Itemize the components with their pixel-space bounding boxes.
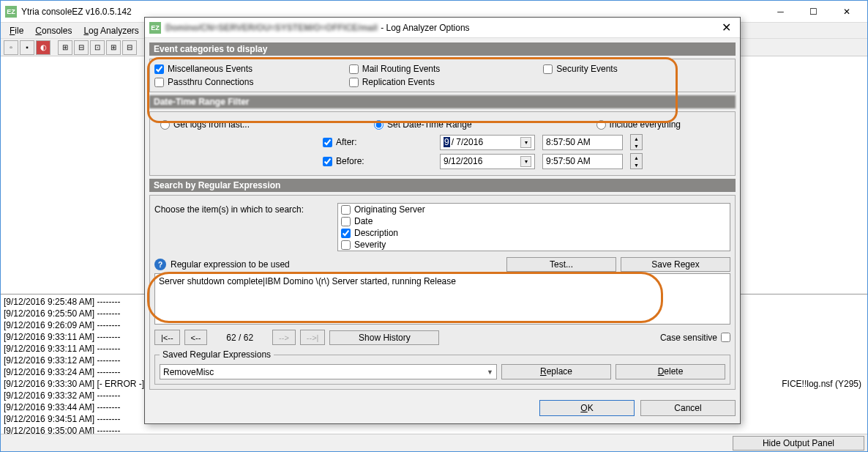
chk-security[interactable]: Security Events — [543, 64, 730, 74]
log-analyzer-options-dialog: EZ Domino/CN=SERVER/OU=SYSTEM/O=OFFICE/m… — [144, 17, 741, 424]
menu-consoles[interactable]: Consoles — [29, 24, 78, 37]
toolbar-btn-5[interactable]: ⊟ — [74, 40, 89, 55]
toolbar-btn-2[interactable]: ▪ — [20, 40, 34, 55]
minimize-button[interactable]: ─ — [764, 1, 797, 22]
regex-input[interactable] — [154, 273, 730, 325]
radio-get-last[interactable]: Get logs from last... — [160, 119, 250, 130]
saved-regex-select[interactable]: RemoveMisc▼ — [160, 364, 497, 379]
ok-button[interactable]: OK — [539, 400, 635, 416]
categories-header: Event categories to display — [149, 42, 736, 56]
saved-regex-legend: Saved Regular Expressions — [160, 349, 274, 360]
toolbar-btn-7[interactable]: ⊞ — [106, 40, 121, 55]
saved-regex-fieldset: Saved Regular Expressions RemoveMisc▼ Re… — [154, 349, 730, 385]
test-button[interactable]: Test... — [506, 257, 616, 272]
regex-label: Regular expression to be used — [171, 259, 502, 270]
nav-last-button[interactable]: -->| — [300, 330, 326, 345]
chk-misc-events[interactable]: Miscellaneous Events — [154, 64, 342, 74]
list-item: Date — [338, 215, 730, 227]
after-date-input[interactable]: 9/ 7/2016▾ — [440, 135, 535, 150]
chevron-down-icon: ▼ — [487, 368, 493, 376]
calendar-icon[interactable]: ▾ — [520, 137, 531, 148]
radio-include-all[interactable]: Include everything — [596, 119, 681, 130]
toolbar-btn-1[interactable]: ▫ — [4, 40, 18, 55]
toolbar-btn-6[interactable]: ⊡ — [90, 40, 105, 55]
after-time-input[interactable]: 8:57:50 AM — [542, 135, 623, 150]
before-time-spinner[interactable]: ▲▼ — [630, 153, 643, 169]
chk-after[interactable]: After: — [323, 137, 433, 147]
after-time-spinner[interactable]: ▲▼ — [630, 134, 643, 150]
chk-mail-routing[interactable]: Mail Routing Events — [349, 64, 536, 74]
list-item: Description — [338, 227, 730, 239]
app-title: Ytria consoleEZ v16.0.5.142 — [21, 7, 764, 17]
nav-prev-button[interactable]: <-- — [184, 330, 208, 345]
before-date-input[interactable]: 9/12/2016▾ — [440, 154, 535, 169]
search-items-list[interactable]: Originating Server Date Description Seve… — [337, 203, 730, 251]
toolbar-btn-3[interactable]: ◐ — [36, 40, 50, 55]
hide-output-button[interactable]: Hide Output Panel — [733, 436, 864, 451]
daterange-box: Get logs from last... Set Date-Time Rang… — [149, 111, 736, 176]
list-item: Severity — [338, 239, 730, 251]
dialog-titlebar: EZ Domino/CN=SERVER/OU=SYSTEM/O=OFFICE/m… — [145, 18, 740, 38]
chk-replication[interactable]: Replication Events — [349, 77, 536, 87]
log-line-right: FICE!!log.nsf (Y295) — [782, 378, 864, 390]
chk-case-sensitive[interactable]: Case sensitive — [660, 333, 730, 343]
close-button[interactable]: ✕ — [830, 1, 863, 22]
before-time-input[interactable]: 9:57:50 AM — [542, 154, 623, 169]
dialog-footer: OK Cancel — [145, 394, 740, 423]
list-item: Originating Server — [338, 204, 730, 215]
maximize-button[interactable]: ☐ — [797, 1, 830, 22]
menu-log-analyzers[interactable]: Log Analyzers — [78, 24, 144, 37]
delete-button[interactable]: Delete — [616, 364, 725, 379]
calendar-icon[interactable]: ▾ — [520, 156, 531, 167]
chk-passthru[interactable]: Passthru Connections — [154, 77, 342, 87]
choose-items-label: Choose the item(s) in which to search: — [154, 203, 330, 215]
dialog-icon: EZ — [149, 22, 161, 34]
nav-counter: 62 / 62 — [212, 333, 268, 343]
menu-file[interactable]: File — [4, 24, 29, 37]
cancel-button[interactable]: Cancel — [640, 400, 736, 416]
chk-before[interactable]: Before: — [323, 156, 433, 166]
search-header: Search by Regular Expression — [149, 179, 736, 192]
daterange-header: Date-Time Range Filter — [149, 95, 736, 108]
log-line: [9/12/2016 9:35:00 AM] -------- — [4, 425, 864, 434]
info-icon: ? — [154, 259, 166, 270]
save-regex-button[interactable]: Save Regex — [621, 257, 730, 272]
nav-first-button[interactable]: |<-- — [154, 330, 180, 345]
log-line: [9/12/2016 9:33:30 AM] [- ERROR -] — [4, 378, 144, 390]
categories-box: Miscellaneous Events Mail Routing Events… — [149, 59, 736, 92]
toolbar-btn-4[interactable]: ⊞ — [58, 40, 72, 55]
nav-next-button[interactable]: --> — [272, 330, 296, 345]
dialog-close-button[interactable]: ✕ — [717, 21, 736, 34]
toolbar-btn-8[interactable]: ⊟ — [122, 40, 137, 55]
radio-set-range[interactable]: Set Date-Time Range — [374, 119, 472, 130]
dialog-title-blurred: Domino/CN=SERVER/OU=SYSTEM/O=OFFICE/mail — [165, 23, 378, 33]
app-icon: EZ — [5, 6, 17, 18]
dialog-title-suffix: - Log Analyzer Options — [381, 23, 469, 33]
search-box: Choose the item(s) in which to search: O… — [149, 195, 736, 390]
replace-button[interactable]: Replace — [501, 364, 611, 379]
show-history-button[interactable]: Show History — [329, 330, 439, 345]
